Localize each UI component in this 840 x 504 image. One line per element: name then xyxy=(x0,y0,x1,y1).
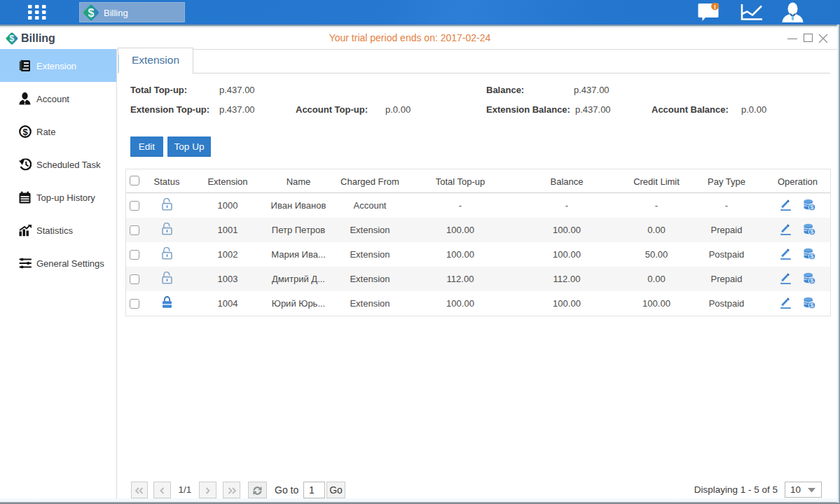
svg-text:$: $ xyxy=(10,34,15,43)
svg-text:$: $ xyxy=(811,204,814,211)
svg-text:$: $ xyxy=(811,277,814,284)
svg-text:$: $ xyxy=(22,126,28,136)
svg-text:$: $ xyxy=(811,302,814,309)
svg-text:$: $ xyxy=(811,253,814,260)
svg-text:!: ! xyxy=(714,4,716,10)
svg-text:$: $ xyxy=(88,7,95,19)
svg-text:$: $ xyxy=(811,228,814,235)
